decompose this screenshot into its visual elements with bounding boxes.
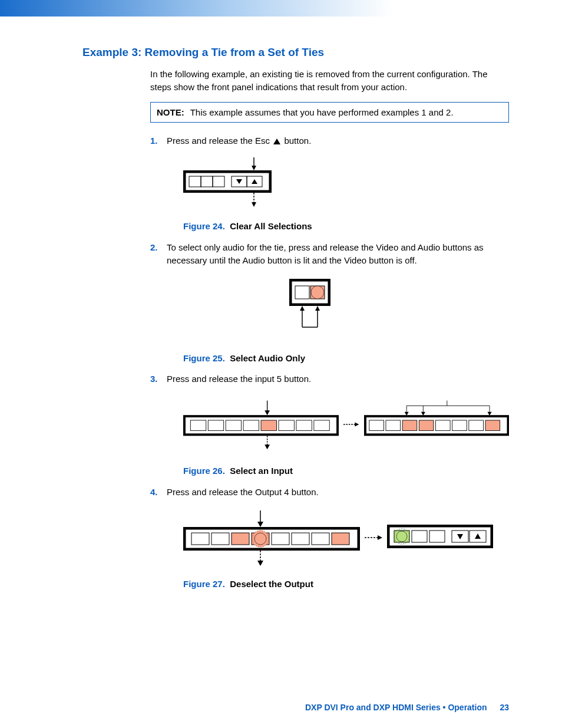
figure-24-number: Figure 24. xyxy=(183,221,225,231)
intro-paragraph: In the following example, an existing ti… xyxy=(150,68,509,94)
svg-marker-12 xyxy=(252,202,256,207)
step-4: Press and release the Output 4 button. xyxy=(150,486,509,591)
svg-marker-58 xyxy=(257,522,263,527)
step-1-text-post: button. xyxy=(282,136,311,146)
figure-26-diagram xyxy=(183,395,509,454)
up-triangle-icon xyxy=(273,139,280,144)
svg-rect-31 xyxy=(261,420,276,431)
step-1: Press and release the Esc button. xyxy=(150,134,509,233)
figure-27-title: Deselect the Output xyxy=(230,579,313,589)
figure-24-diagram xyxy=(183,156,509,209)
svg-rect-56 xyxy=(485,420,500,431)
svg-rect-63 xyxy=(232,533,249,545)
figure-24-caption: Figure 24. Clear All Selections xyxy=(183,220,509,233)
note-box: NOTE:This example assumes that you have … xyxy=(150,102,509,123)
step-2: To select only audio for the tie, press … xyxy=(150,241,509,364)
step-3: Press and release the input 5 button. xyxy=(150,373,509,477)
step-3-text: Press and release the input 5 button. xyxy=(167,374,311,384)
figure-25-diagram xyxy=(285,276,509,341)
step-4-text: Press and release the Output 4 button. xyxy=(167,487,319,497)
svg-marker-72 xyxy=(257,561,263,566)
svg-rect-3 xyxy=(186,173,269,190)
figure-26-caption: Figure 26. Select an Input xyxy=(183,465,509,477)
svg-point-70 xyxy=(254,533,266,545)
svg-point-81 xyxy=(396,531,407,542)
svg-marker-24 xyxy=(265,410,270,415)
step-2-text: To select only audio for the tie, press … xyxy=(167,242,484,265)
page-footer: DXP DVI Pro and DXP HDMI Series • Operat… xyxy=(305,703,509,712)
svg-marker-36 xyxy=(265,444,270,449)
svg-point-17 xyxy=(311,286,324,299)
svg-marker-1 xyxy=(252,166,256,170)
svg-marker-40 xyxy=(404,412,408,416)
figure-27-diagram xyxy=(183,508,509,567)
figure-25-caption: Figure 25. Select Audio Only xyxy=(183,352,509,365)
figure-26-number: Figure 26. xyxy=(183,466,225,476)
svg-rect-52 xyxy=(419,420,434,431)
svg-marker-44 xyxy=(487,412,491,416)
svg-marker-74 xyxy=(378,535,382,540)
figure-27-caption: Figure 27. Deselect the Output xyxy=(183,578,509,591)
svg-marker-19 xyxy=(300,306,305,311)
figure-25-title: Select Audio Only xyxy=(230,353,305,363)
svg-rect-68 xyxy=(332,533,349,545)
svg-rect-51 xyxy=(402,420,417,431)
figure-27-number: Figure 27. xyxy=(183,579,225,589)
note-text: This example assumes that you have perfo… xyxy=(190,107,454,117)
figure-25-number: Figure 25. xyxy=(183,353,225,363)
svg-marker-21 xyxy=(315,306,320,311)
figure-26-title: Select an Input xyxy=(230,466,293,476)
page-number: 23 xyxy=(500,703,509,712)
figure-24-title: Clear All Selections xyxy=(230,221,312,231)
footer-text: DXP DVI Pro and DXP HDMI Series • Operat… xyxy=(305,703,487,712)
step-1-text-pre: Press and release the Esc xyxy=(167,136,272,146)
section-heading: Example 3: Removing a Tie from a Set of … xyxy=(82,46,509,59)
note-label: NOTE: xyxy=(157,107,184,117)
header-gradient-bar xyxy=(0,0,562,17)
svg-marker-42 xyxy=(421,412,425,416)
svg-marker-38 xyxy=(355,422,359,426)
